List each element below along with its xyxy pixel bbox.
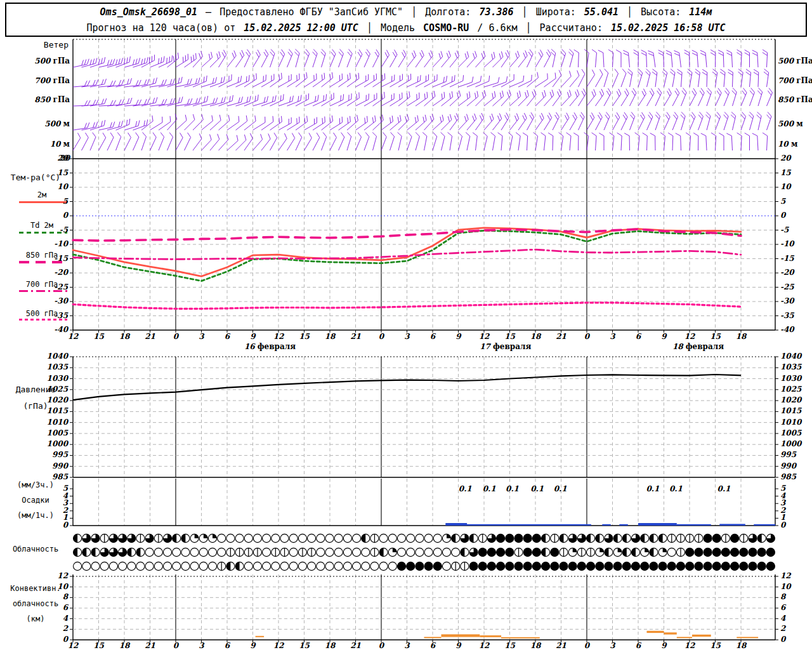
temp-axis-tick-left: 15 — [23, 169, 68, 177]
cloud-panel-title: Облачность — [1, 545, 70, 554]
precip-tick-left: 0 — [23, 521, 68, 529]
pressure-tick-left: 1010 — [23, 418, 68, 427]
pressure-tick-right: 995 — [780, 451, 796, 459]
temp-axis-tick-right: 0 — [780, 211, 785, 220]
date-label: 16 февраля — [242, 343, 299, 351]
wind-bottom-tick: 20 — [25, 154, 70, 162]
temp-axis-tick-left: 10 — [23, 183, 68, 191]
wind-level-label-right: 850 гПа — [778, 96, 812, 104]
hour-tick-bottom: 18 — [712, 642, 769, 650]
temp-axis-tick-left: -25 — [23, 283, 68, 291]
convective-tick-right: 10 — [780, 583, 791, 591]
temp-axis-tick-right: 15 — [780, 169, 791, 177]
temp-axis-tick-left: 0 — [23, 211, 68, 220]
wind-level-label-left: 500 гПа — [25, 57, 70, 65]
pressure-tick-left: 1040 — [23, 352, 68, 361]
convective-tick-left: 8 — [23, 593, 68, 601]
temp-axis-tick-right: 10 — [780, 183, 791, 191]
convective-tick-right: 2 — [780, 625, 785, 633]
wind-level-label-left: 700 гПа — [25, 77, 70, 85]
pressure-tick-left: 995 — [23, 451, 68, 459]
convective-tick-right: 0 — [780, 635, 785, 644]
pressure-tick-right: 990 — [780, 462, 796, 470]
wind-level-label-right: 500 гПа — [778, 57, 812, 65]
convective-tick-right: 4 — [780, 614, 785, 623]
date-label: 17 февраля — [477, 343, 534, 351]
temp-axis-tick-left: -10 — [23, 240, 68, 248]
temp-axis-tick-right: -30 — [780, 297, 794, 305]
pressure-tick-right: 1010 — [780, 418, 801, 427]
convective-tick-left: 12 — [23, 572, 68, 580]
meteogram-page: Oms_Omsk_26698_01 – Предоставлено ФГБУ "… — [0, 0, 812, 650]
temp-axis-tick-right: -25 — [780, 283, 794, 291]
pressure-tick-left: 1035 — [23, 363, 68, 371]
precip-3h-value: 0.1 — [532, 485, 589, 493]
convective-tick-left: 6 — [23, 604, 68, 612]
hour-tick-top: 18 — [712, 333, 769, 341]
pressure-tick-left: 1030 — [23, 375, 68, 383]
pressure-tick-right: 1015 — [780, 407, 801, 415]
temp-axis-tick-right: -40 — [780, 326, 794, 334]
temp-axis-tick-right: -10 — [780, 240, 794, 248]
pressure-tick-left: 1020 — [23, 396, 68, 404]
temp-axis-tick-right: 5 — [780, 197, 785, 206]
temp-axis-tick-right: -20 — [780, 269, 794, 277]
pressure-tick-right: 1040 — [780, 352, 801, 361]
date-label: 18 февраля — [670, 343, 727, 351]
pressure-tick-left: 990 — [23, 462, 68, 470]
temp-axis-tick-left: -15 — [23, 255, 68, 263]
pressure-tick-left: 1000 — [23, 440, 68, 448]
pressure-tick-right: 1035 — [780, 363, 801, 371]
pressure-tick-left: 985 — [23, 473, 68, 481]
temp-axis-tick-right: 20 — [780, 154, 791, 162]
pressure-tick-right: 1000 — [780, 440, 801, 448]
precip-tick-right: 0 — [780, 521, 785, 529]
wind-level-label-right: 700 гПа — [778, 77, 812, 85]
temp-axis-tick-left: -30 — [23, 297, 68, 305]
wind-level-label-left: 850 гПа — [25, 96, 70, 104]
wind-level-label-right: 10 м — [778, 140, 797, 149]
temp-axis-tick-left: -20 — [23, 269, 68, 277]
convective-tick-right: 6 — [780, 604, 785, 612]
temp-axis-tick-right: -15 — [780, 255, 794, 263]
wind-level-label-left: 10 м — [25, 140, 70, 149]
wind-panel-title: Ветер — [19, 40, 69, 50]
temp-axis-tick-left: -35 — [23, 312, 68, 320]
chart-text-layer: Ветер Тем-ра(°C) 2м Td 2м 850 гПа 700 гП… — [0, 0, 812, 650]
pressure-tick-right: 1005 — [780, 429, 801, 437]
wind-level-label-right: 500 м — [778, 120, 803, 128]
convective-tick-left: 2 — [23, 625, 68, 633]
temp-axis-tick-right: -5 — [780, 226, 789, 234]
wind-level-label-left: 500 м — [25, 120, 70, 128]
pressure-tick-left: 1025 — [23, 385, 68, 394]
temp-axis-tick-left: 5 — [23, 197, 68, 206]
convective-tick-left: 4 — [23, 614, 68, 623]
pressure-tick-right: 1020 — [780, 396, 801, 404]
pressure-tick-right: 985 — [780, 473, 796, 481]
pressure-tick-left: 1015 — [23, 407, 68, 415]
pressure-tick-right: 1030 — [780, 375, 801, 383]
convective-tick-right: 12 — [780, 572, 791, 580]
temp-axis-tick-right: -35 — [780, 312, 794, 320]
pressure-tick-left: 1005 — [23, 429, 68, 437]
precip-3h-value: 0.1 — [695, 485, 752, 493]
temp-axis-tick-left: -5 — [23, 226, 68, 234]
convective-tick-left: 10 — [23, 583, 68, 591]
convective-tick-right: 8 — [780, 593, 785, 601]
pressure-tick-right: 1025 — [780, 385, 801, 394]
